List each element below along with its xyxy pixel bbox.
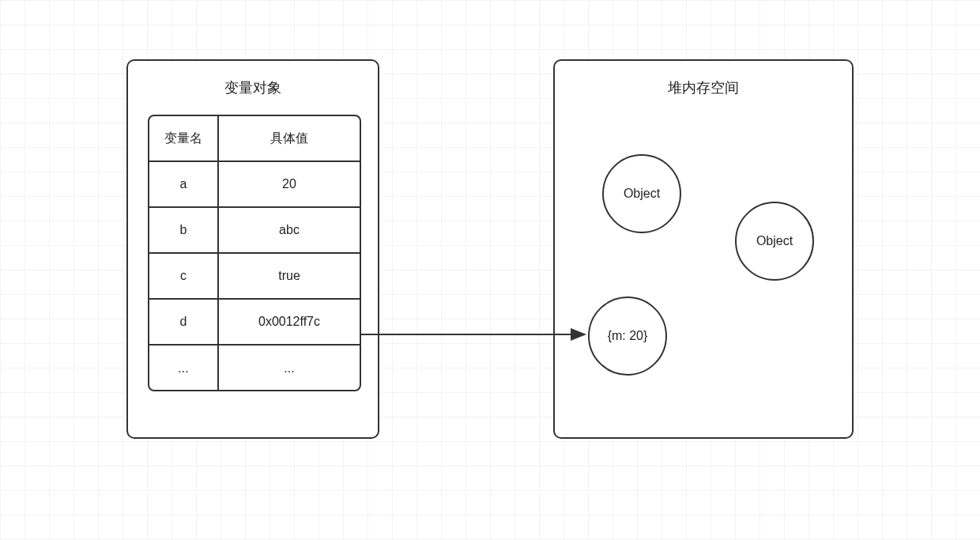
variable-table: 变量名 具体值 a 20 b abc c true d 0x0012ff7c .…	[148, 115, 361, 391]
var-name-cell: a	[149, 162, 219, 206]
diagram-stage: 变量对象 变量名 具体值 a 20 b abc c true d 0x0012f…	[0, 0, 980, 540]
heap-memory-title: 堆内存空间	[555, 78, 852, 97]
table-row: a 20	[149, 162, 360, 208]
heap-object-circle: Object	[602, 154, 681, 233]
heap-object-label: Object	[624, 187, 660, 201]
var-value-cell: abc	[219, 208, 360, 252]
var-name-cell: b	[149, 208, 219, 252]
heap-object-circle-target: {m: 20}	[588, 296, 667, 376]
var-name-cell: c	[149, 254, 219, 298]
var-value-cell: 20	[219, 162, 360, 206]
variable-table-header: 变量名 具体值	[149, 116, 360, 162]
var-value-cell: 0x0012ff7c	[219, 300, 360, 344]
heap-memory-panel: 堆内存空间 Object Object {m: 20}	[553, 59, 854, 439]
table-row: c true	[149, 254, 360, 300]
var-value-cell: ...	[219, 346, 360, 391]
variable-object-title: 变量对象	[128, 78, 378, 97]
var-value-cell: true	[219, 254, 360, 298]
heap-object-label: Object	[756, 234, 793, 248]
heap-object-label: {m: 20}	[608, 329, 648, 343]
table-row: ... ...	[149, 346, 360, 391]
th-variable-value: 具体值	[219, 116, 360, 160]
th-variable-name: 变量名	[149, 116, 219, 160]
table-row: b abc	[149, 208, 360, 254]
variable-object-panel: 变量对象 变量名 具体值 a 20 b abc c true d 0x0012f…	[126, 59, 379, 439]
table-row: d 0x0012ff7c	[149, 300, 360, 346]
var-name-cell: d	[149, 300, 219, 344]
var-name-cell: ...	[149, 346, 219, 391]
heap-object-circle: Object	[735, 202, 814, 281]
